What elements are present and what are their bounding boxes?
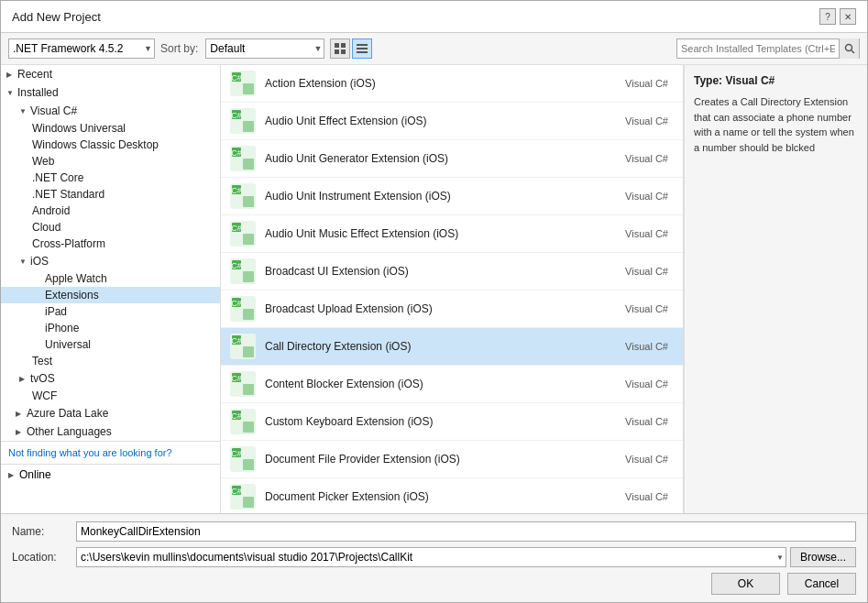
template-name-audio-unit-music: Audio Unit Music Effect Extension (iOS) <box>265 227 625 240</box>
extensions-label: Extensions <box>45 289 99 302</box>
template-icon-broadcast-upload: C# <box>228 294 258 323</box>
sidebar-item-extensions[interactable]: Extensions <box>1 287 220 303</box>
grid-view-button[interactable] <box>330 38 350 59</box>
template-audio-unit-effect[interactable]: C# Audio Unit Effect Extension (iOS) Vis… <box>221 103 683 140</box>
sort-dropdown-wrapper: Default ▼ <box>205 38 324 59</box>
info-type-label: Type: <box>694 74 722 87</box>
template-lang-doc-file-provider: Visual C# <box>625 454 668 465</box>
template-name-audio-unit-inst: Audio Unit Instrument Extension (iOS) <box>265 190 625 203</box>
sidebar-item-web[interactable]: Web <box>1 153 220 170</box>
wcf-label: WCF <box>32 389 57 402</box>
svg-rect-20 <box>243 159 254 170</box>
template-icon-action-ext: C# <box>228 69 258 98</box>
ok-button[interactable]: OK <box>711 573 780 595</box>
sidebar-item-windows-universal[interactable]: Windows Universal <box>1 120 220 137</box>
search-input[interactable] <box>677 39 839 58</box>
sidebar-item-azure-data-lake[interactable]: Azure Data Lake <box>1 404 220 422</box>
sidebar-item-test[interactable]: Test <box>1 353 220 369</box>
sidebar-item-iphone[interactable]: iPhone <box>1 320 220 336</box>
sidebar-item-cross-platform[interactable]: Cross-Platform <box>1 236 220 252</box>
other-languages-label: Other Languages <box>27 425 112 438</box>
sort-label: Sort by: <box>160 42 198 55</box>
sidebar-item-windows-classic[interactable]: Windows Classic Desktop <box>1 137 220 153</box>
tvos-triangle <box>19 375 30 383</box>
location-field-row: Location: ▼ Browse... <box>12 547 856 567</box>
sort-dropdown[interactable]: Default <box>205 38 324 59</box>
templates-panel: C# Action Extension (iOS) Visual C# C# <box>221 65 684 513</box>
sidebar-item-tvos[interactable]: tvOS <box>1 369 220 388</box>
sidebar-item-cloud[interactable]: Cloud <box>1 219 220 236</box>
sidebar-item-wcf[interactable]: WCF <box>1 388 220 404</box>
svg-text:C#: C# <box>231 261 242 270</box>
sidebar-item-android[interactable]: Android <box>1 203 220 219</box>
template-audio-unit-gen[interactable]: C# Audio Unit Generator Extension (iOS) … <box>221 140 683 178</box>
template-audio-unit-inst[interactable]: C# Audio Unit Instrument Extension (iOS)… <box>221 178 683 215</box>
close-button[interactable]: ✕ <box>840 8 856 25</box>
ios-triangle <box>19 258 30 266</box>
template-name-call-dir: Call Directory Extension (iOS) <box>265 340 625 353</box>
not-finding-link[interactable]: Not finding what you are looking for? <box>1 441 220 464</box>
recent-label: Recent <box>17 68 52 81</box>
location-input[interactable] <box>76 547 786 567</box>
cancel-button[interactable]: Cancel <box>787 573 856 595</box>
grid-icon <box>335 43 346 54</box>
name-field-row: Name: <box>12 521 856 542</box>
template-broadcast-upload[interactable]: C# Broadcast Upload Extension (iOS) Visu… <box>221 291 683 328</box>
template-lang-broadcast-upload: Visual C# <box>625 303 668 314</box>
template-name-audio-unit-gen: Audio Unit Generator Extension (iOS) <box>265 152 625 165</box>
sidebar-item-ipad[interactable]: iPad <box>1 303 220 320</box>
template-doc-file-provider[interactable]: C# Document File Provider Extension (iOS… <box>221 441 683 478</box>
svg-text:C#: C# <box>231 449 242 458</box>
recent-triangle <box>6 71 17 79</box>
installed-label: Installed <box>17 86 59 99</box>
template-icon-broadcast-ui: C# <box>228 257 258 286</box>
svg-rect-12 <box>243 83 254 94</box>
search-button[interactable] <box>839 38 859 59</box>
web-label: Web <box>32 155 54 168</box>
svg-text:C#: C# <box>231 186 242 195</box>
svg-rect-24 <box>243 196 254 207</box>
sidebar-item-ios[interactable]: iOS <box>1 252 220 270</box>
svg-rect-48 <box>243 422 254 433</box>
search-icon <box>844 43 855 54</box>
add-new-project-dialog: Add New Project ? ✕ .NET Framework 4.5.2… <box>0 0 868 603</box>
svg-rect-5 <box>357 48 368 49</box>
sidebar-item-online[interactable]: Online <box>1 464 220 485</box>
name-label: Name: <box>12 525 76 538</box>
template-call-dir[interactable]: C# Call Directory Extension (iOS) Visual… <box>221 328 683 366</box>
template-doc-picker[interactable]: C# Document Picker Extension (iOS) Visua… <box>221 478 683 513</box>
template-audio-unit-music[interactable]: C# Audio Unit Music Effect Extension (iO… <box>221 215 683 253</box>
apple-watch-label: Apple Watch <box>45 272 107 285</box>
template-content-blocker[interactable]: C# Content Blocker Extension (iOS) Visua… <box>221 366 683 403</box>
template-icon-audio-unit-music: C# <box>228 219 258 248</box>
cloud-label: Cloud <box>32 221 60 234</box>
sidebar-item-apple-watch[interactable]: Apple Watch <box>1 270 220 287</box>
title-bar-left: Add New Project <box>12 10 101 24</box>
sidebar-item-visual-csharp[interactable]: Visual C# <box>1 102 220 120</box>
template-action-ext[interactable]: C# Action Extension (iOS) Visual C# <box>221 65 683 103</box>
bottom-section: Name: Location: ▼ Browse... OK Cancel <box>1 513 867 602</box>
sidebar-item-net-standard[interactable]: .NET Standard <box>1 186 220 203</box>
template-broadcast-ui[interactable]: C# Broadcast UI Extension (iOS) Visual C… <box>221 253 683 291</box>
name-input[interactable] <box>76 521 856 542</box>
list-view-button[interactable] <box>352 38 372 59</box>
template-icon-doc-picker: C# <box>228 482 258 511</box>
online-triangle <box>8 471 19 479</box>
browse-button[interactable]: Browse... <box>790 547 856 567</box>
template-icon-call-dir: C# <box>228 332 258 361</box>
framework-dropdown[interactable]: .NET Framework 4.5.2 <box>8 38 155 59</box>
template-custom-keyboard[interactable]: C# Custom Keyboard Extension (iOS) Visua… <box>221 403 683 441</box>
net-standard-label: .NET Standard <box>32 188 104 201</box>
sidebar-item-universal[interactable]: Universal <box>1 336 220 353</box>
sidebar-item-installed[interactable]: Installed <box>1 83 220 102</box>
svg-rect-52 <box>243 459 254 470</box>
sidebar-item-net-core[interactable]: .NET Core <box>1 170 220 186</box>
sidebar-item-other-languages[interactable]: Other Languages <box>1 422 220 441</box>
action-buttons: OK Cancel <box>12 573 856 595</box>
svg-line-8 <box>852 50 854 53</box>
help-button[interactable]: ? <box>819 8 836 25</box>
svg-rect-28 <box>243 234 254 245</box>
template-lang-doc-picker: Visual C# <box>625 491 668 502</box>
sidebar-item-recent[interactable]: Recent <box>1 65 220 83</box>
template-lang-audio-unit-gen: Visual C# <box>625 153 668 164</box>
